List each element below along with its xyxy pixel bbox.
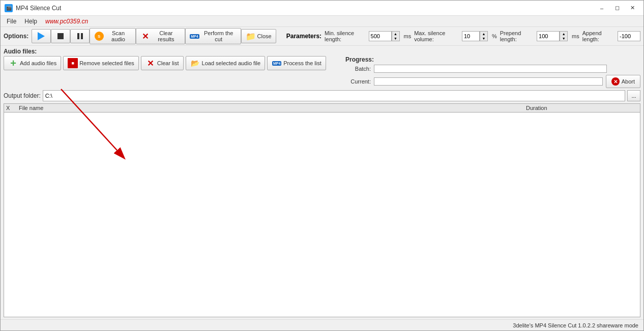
audio-toolbar: + Add audio files ■ Remove selected file… [4, 56, 326, 70]
stop-button[interactable] [51, 29, 70, 43]
file-table-body [4, 113, 640, 306]
abort-button[interactable]: ✕ Abort [606, 75, 640, 88]
title-bar-controls: – ◻ ✕ [595, 3, 639, 13]
scan-audio-label: Scan audio [105, 30, 131, 42]
max-silence-volume-label: Max. silence volume: [414, 30, 459, 42]
clear-list-label: Clear list [157, 60, 179, 66]
status-bar: 3delite's MP4 Silence Cut 1.0.2.2 sharew… [1, 319, 643, 330]
remove-icon: ■ [68, 58, 78, 68]
clear-results-icon: ✕ [140, 31, 150, 41]
parameters-label: Parameters: [286, 33, 321, 40]
process-list-label: Process the list [283, 60, 321, 66]
play-icon [36, 31, 46, 41]
app-icon: 🎬 [5, 4, 13, 12]
audio-files-label: Audio files: [4, 48, 640, 55]
add-audio-files-label: Add audio files [20, 60, 56, 66]
perform-cut-label: Perform the cut [201, 30, 237, 42]
min-silence-unit: ms [404, 33, 412, 39]
progress-section: Progress: Batch: Current: ✕ Abort [345, 56, 640, 88]
load-icon: 📂 [190, 58, 200, 68]
menu-file[interactable]: File [3, 17, 20, 26]
batch-label: Batch: [345, 66, 371, 72]
max-silence-spinner: ▲ ▼ [480, 31, 488, 41]
progress-label: Progress: [345, 56, 640, 63]
clear-results-label: Clear results [152, 30, 181, 42]
prepend-input[interactable] [537, 31, 560, 41]
content-area: Audio files: + Add audio files ■ Remove … [1, 46, 643, 319]
min-silence-spinner-wrapper: ▲ ▼ [369, 31, 400, 41]
play-button[interactable] [32, 29, 51, 43]
pause-button[interactable] [70, 29, 90, 43]
prepend-spinner: ▲ ▼ [560, 31, 568, 41]
scan-audio-button[interactable]: S Scan audio [90, 28, 136, 44]
min-silence-length-label: Min. silence length: [325, 30, 365, 42]
load-audio-label: Load selected audio file [202, 60, 261, 66]
process-list-button[interactable]: MP4 Process the list [267, 56, 326, 70]
pause-icon [75, 31, 85, 41]
abort-icon: ✕ [611, 77, 620, 86]
current-progress-bar [374, 77, 603, 86]
clear-list-icon: ✕ [145, 58, 156, 68]
append-input[interactable] [618, 31, 640, 41]
remove-selected-button[interactable]: ■ Remove selected files [63, 56, 139, 70]
clear-list-button[interactable]: ✕ Clear list [141, 56, 184, 70]
stop-icon [55, 31, 66, 41]
main-toolbar: Options: S Scan audio ✕ Clear results [1, 27, 643, 46]
current-progress-row: Current: ✕ Abort [345, 75, 640, 88]
prepend-spinner-wrapper: ▲ ▼ [537, 31, 568, 41]
min-silence-spinner: ▲ ▼ [392, 31, 400, 41]
col-name-header: File name [19, 105, 526, 111]
max-silence-up[interactable]: ▲ [480, 32, 487, 36]
title-bar: 🎬 MP4 Silence Cut – ◻ ✕ [1, 1, 643, 16]
max-silence-unit: % [492, 33, 497, 39]
col-duration-header: Duration [526, 105, 587, 111]
min-silence-input[interactable] [369, 31, 392, 41]
batch-progress-bar [374, 65, 607, 73]
batch-progress-row: Batch: [345, 65, 640, 73]
prepend-down[interactable]: ▼ [560, 36, 567, 41]
current-label: Current: [345, 78, 371, 85]
watermark-text: www.pc0359.cn [45, 18, 88, 25]
mid-row: + Add audio files ■ Remove selected file… [4, 56, 640, 88]
min-silence-up[interactable]: ▲ [392, 32, 399, 36]
close-button[interactable]: 📁 Close [241, 29, 276, 43]
append-length-label: Append length: [582, 30, 614, 42]
scan-icon: S [94, 31, 104, 41]
perform-cut-button[interactable]: MP4 Perform the cut [185, 28, 241, 44]
file-table-header: X File name Duration [4, 104, 640, 113]
clear-results-button[interactable]: ✕ Clear results [136, 28, 185, 44]
col-extra-header [587, 105, 638, 111]
parameters-section: Parameters: Min. silence length: ▲ ▼ ms … [286, 30, 640, 42]
prepend-up[interactable]: ▲ [560, 32, 567, 36]
main-window: 🎬 MP4 Silence Cut – ◻ ✕ File Help www.pc… [0, 0, 644, 331]
menu-help[interactable]: Help [20, 17, 41, 26]
window-close-button[interactable]: ✕ [625, 3, 639, 13]
abort-label: Abort [622, 78, 635, 85]
mp4-cut-icon: MP4 [190, 31, 199, 41]
menu-bar: File Help www.pc0359.cn [1, 16, 643, 27]
remove-selected-label: Remove selected files [79, 60, 134, 66]
load-audio-button[interactable]: 📂 Load selected audio file [186, 56, 266, 70]
output-folder-row: Output folder: ... [4, 90, 640, 101]
prepend-length-label: Prepend length: [500, 30, 534, 42]
col-x-header: X [6, 105, 19, 111]
browse-button[interactable]: ... [627, 90, 640, 101]
add-icon: + [8, 58, 18, 68]
output-folder-input[interactable] [43, 90, 625, 101]
close-folder-icon: 📁 [246, 31, 256, 41]
max-silence-down[interactable]: ▼ [480, 36, 487, 41]
add-audio-files-button[interactable]: + Add audio files [4, 56, 61, 70]
process-icon: MP4 [272, 58, 282, 68]
options-label: Options: [4, 33, 28, 40]
maximize-button[interactable]: ◻ [610, 3, 624, 13]
title-bar-left: 🎬 MP4 Silence Cut [5, 4, 61, 12]
title-text: MP4 Silence Cut [16, 5, 61, 12]
close-label: Close [257, 33, 272, 39]
minimize-button[interactable]: – [595, 3, 609, 13]
file-table: X File name Duration [4, 103, 640, 317]
output-folder-label: Output folder: [4, 92, 41, 99]
min-silence-down[interactable]: ▼ [392, 36, 399, 41]
max-silence-input[interactable] [462, 31, 480, 41]
status-text: 3delite's MP4 Silence Cut 1.0.2.2 sharew… [513, 322, 638, 328]
max-silence-spinner-wrapper: ▲ ▼ [462, 31, 488, 41]
